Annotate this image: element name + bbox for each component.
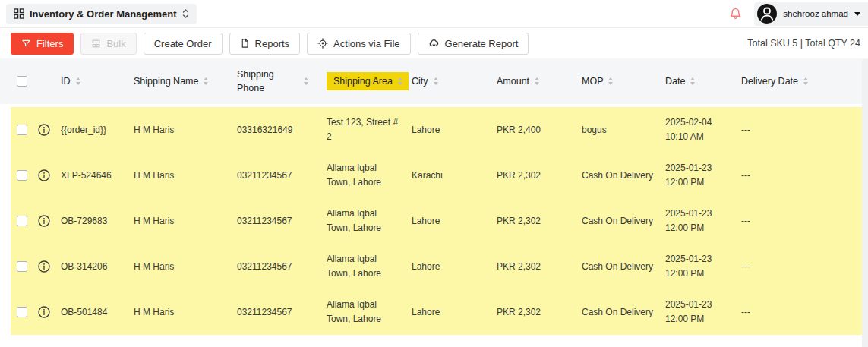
toolbar: Filters Bulk Create Order Reports Action…: [0, 28, 868, 58]
table-header: ID Shipping Name Shipping Phone Shipping…: [0, 58, 868, 104]
chevron-down-icon: [854, 12, 860, 16]
generate-report-button[interactable]: Generate Report: [418, 33, 529, 55]
table-row: XLP-524646 H M Haris 03211234567 Allama …: [11, 153, 816, 198]
select-all-checkbox[interactable]: [17, 76, 27, 87]
actions-via-file-button[interactable]: Actions via File: [307, 33, 410, 55]
cell-mop: Cash On Delivery: [582, 305, 665, 320]
cloud-download-icon: [428, 38, 440, 49]
cell-mop: Cash On Delivery: [582, 169, 665, 183]
cell-date: 2025-02-04 10:10 AM: [665, 115, 741, 144]
avatar: [757, 4, 777, 24]
sort-icon: [608, 77, 613, 85]
scrollbar-track[interactable]: [862, 59, 868, 347]
cell-shipping-area: Test 123, Street # 2: [327, 115, 412, 144]
create-order-button[interactable]: Create Order: [144, 33, 223, 55]
info-icon[interactable]: [38, 124, 50, 136]
order-management-screen: Inventory & Order Management: [0, 0, 868, 347]
cell-shipping-phone: 03211234567: [237, 169, 327, 183]
bulk-stack-icon: [91, 39, 101, 49]
sort-icon: [434, 77, 438, 85]
info-icon[interactable]: [38, 260, 50, 273]
info-icon[interactable]: [38, 215, 50, 227]
cell-date: 2025-01-23 12:00 PM: [665, 252, 741, 280]
grid-icon: [14, 8, 24, 19]
sort-icon: [398, 77, 402, 85]
info-icon[interactable]: [38, 169, 50, 181]
cell-shipping-name: H M Haris: [134, 169, 237, 183]
info-icon[interactable]: [38, 306, 50, 318]
cell-shipping-name: H M Haris: [134, 260, 237, 274]
cell-shipping-phone: 03211234567: [237, 214, 327, 229]
row-checkbox[interactable]: [17, 307, 27, 317]
column-header-shipping-area[interactable]: Shipping Area: [327, 72, 412, 90]
document-icon: [240, 38, 250, 49]
cell-id: XLP-524646: [61, 169, 134, 183]
cell-amount: PKR 2,302: [497, 214, 582, 229]
column-header-city[interactable]: City: [412, 76, 497, 87]
cell-amount: PKR 2,302: [497, 305, 582, 320]
filters-button[interactable]: Filters: [11, 33, 74, 55]
column-header-shipping-name[interactable]: Shipping Name: [134, 76, 237, 87]
table-row: OB-314206 H M Haris 03211234567 Allama I…: [11, 244, 816, 289]
header-select-all: [11, 76, 38, 87]
sort-icon: [803, 77, 808, 85]
table-row: {{order_id}} H M Haris 03316321649 Test …: [11, 107, 816, 153]
cell-city: Lahore: [412, 214, 497, 229]
aim-target-icon: [317, 38, 328, 49]
column-header-shipping-phone[interactable]: Shipping Phone: [237, 68, 327, 95]
cell-id: OB-314206: [61, 260, 134, 274]
table-row: OB-729683 H M Haris 03211234567 Allama I…: [11, 198, 816, 244]
cell-shipping-name: H M Haris: [134, 123, 237, 137]
sort-icon: [304, 77, 308, 85]
cell-city: Karachi: [412, 169, 497, 183]
user-menu[interactable]: shehrooz ahmad: [754, 2, 868, 26]
chevron-up-down-icon: [182, 8, 189, 19]
cell-delivery-date: ---: [741, 305, 817, 320]
cell-shipping-phone: 03211234567: [237, 305, 327, 320]
cell-delivery-date: ---: [741, 214, 817, 229]
reports-button[interactable]: Reports: [229, 33, 301, 55]
page-title: Inventory & Order Management: [30, 8, 177, 20]
column-header-amount[interactable]: Amount: [497, 76, 582, 87]
cell-shipping-phone: 03211234567: [237, 260, 327, 274]
cell-city: Lahore: [412, 305, 497, 320]
cell-amount: PKR 2,302: [497, 169, 582, 183]
column-header-delivery-date[interactable]: Delivery Date: [741, 76, 817, 87]
cell-delivery-date: ---: [741, 260, 817, 274]
cell-shipping-area: Allama Iqbal Town, Lahore: [327, 161, 412, 189]
cell-date: 2025-01-23 12:00 PM: [665, 161, 741, 189]
row-checkbox[interactable]: [17, 170, 27, 181]
filter-funnel-icon: [21, 39, 31, 49]
cell-mop: Cash On Delivery: [582, 214, 665, 229]
cell-id: OB-501484: [61, 305, 134, 320]
sort-icon: [76, 77, 80, 85]
table-row: OB-501484 H M Haris 03211234567 Allama I…: [11, 289, 816, 335]
cell-amount: PKR 2,400: [497, 123, 582, 137]
cell-date: 2025-01-23 12:00 PM: [665, 207, 741, 235]
cell-shipping-name: H M Haris: [134, 305, 237, 320]
cell-shipping-area: Allama Iqbal Town, Lahore: [327, 298, 412, 326]
totals-summary: Total SKU 5 | Total QTY 24: [747, 38, 860, 49]
row-checkbox[interactable]: [17, 216, 27, 226]
notification-bell-icon[interactable]: [727, 5, 743, 22]
highlighted-column-header: Shipping Area: [327, 72, 409, 90]
topbar-right: shehrooz ahmad: [727, 2, 868, 26]
cell-amount: PKR 2,302: [497, 260, 582, 274]
cell-shipping-name: H M Haris: [134, 214, 237, 229]
sort-icon: [535, 77, 539, 85]
cell-id: {{order_id}}: [61, 123, 134, 137]
cell-date: 2025-01-23 12:00 PM: [665, 298, 741, 326]
app-switcher[interactable]: Inventory & Order Management: [6, 4, 197, 24]
column-header-id[interactable]: ID: [61, 76, 134, 87]
row-checkbox[interactable]: [17, 125, 27, 135]
column-header-mop[interactable]: MOP: [582, 76, 665, 87]
orders-table-body: {{order_id}} H M Haris 03316321649 Test …: [11, 107, 868, 335]
user-name: shehrooz ahmad: [783, 9, 848, 18]
cell-mop: bogus: [582, 123, 665, 137]
sort-icon: [690, 77, 695, 85]
cell-id: OB-729683: [61, 214, 134, 229]
bulk-button[interactable]: Bulk: [80, 33, 136, 55]
row-checkbox[interactable]: [17, 261, 27, 272]
cell-shipping-area: Allama Iqbal Town, Lahore: [327, 207, 412, 235]
column-header-date[interactable]: Date: [665, 76, 741, 87]
